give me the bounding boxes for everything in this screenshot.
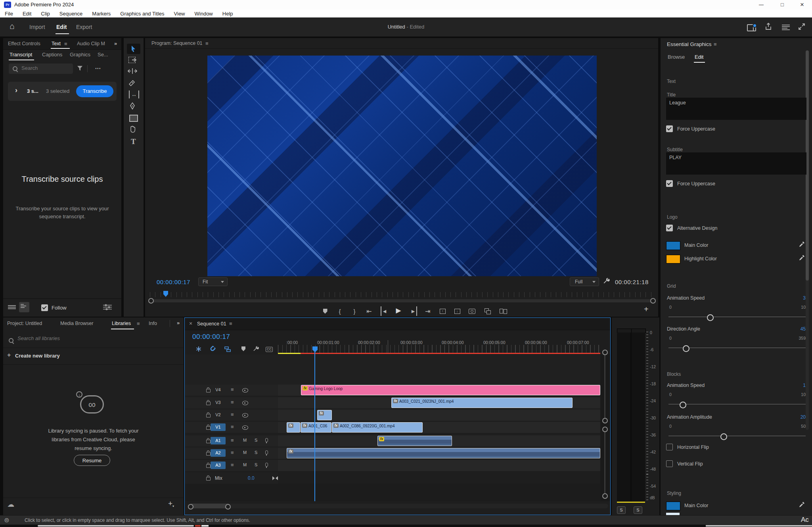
- program-menu-icon[interactable]: ≡: [205, 40, 209, 46]
- go-to-out-button[interactable]: ⇥: [422, 306, 433, 316]
- selection-tool[interactable]: [127, 44, 140, 54]
- scrubber-bar[interactable]: [150, 299, 656, 302]
- audio-scrollbar-track[interactable]: [604, 430, 605, 496]
- tab-libraries[interactable]: Libraries: [112, 321, 131, 326]
- scrubber-left-knob[interactable]: [148, 298, 154, 304]
- track-select-forward-tool[interactable]: [128, 57, 136, 63]
- workspace-menu-icon[interactable]: [782, 24, 790, 31]
- bowtie-icon[interactable]: [272, 476, 278, 480]
- grid-anim-speed-slider[interactable]: [668, 317, 806, 317]
- source-patch-icon[interactable]: ≡: [231, 462, 234, 468]
- razor-tool[interactable]: [128, 79, 136, 88]
- clip-gaming-logo-loop[interactable]: fx Gaming Logo Loop: [301, 385, 600, 395]
- toggle-visibility-icon[interactable]: [242, 413, 248, 417]
- tab-text[interactable]: Text: [52, 41, 61, 46]
- transcript-settings-icon[interactable]: [103, 304, 112, 312]
- maximize-button[interactable]: □: [774, 0, 791, 9]
- outline-view-button[interactable]: [19, 302, 29, 312]
- track-name-a2[interactable]: A2: [211, 449, 226, 457]
- mute-button[interactable]: M: [243, 450, 247, 455]
- expand-chevron-icon[interactable]: ›: [15, 86, 17, 94]
- source-patch-icon[interactable]: ≡: [231, 437, 234, 443]
- track-name-a1[interactable]: A1: [211, 437, 226, 444]
- tab-overflow-icon[interactable]: »: [177, 320, 180, 326]
- program-timecode[interactable]: 00:00:00:17: [157, 279, 190, 285]
- quick-export-icon[interactable]: [764, 23, 772, 32]
- voiceover-mic-icon[interactable]: [265, 450, 268, 454]
- track-name-a3[interactable]: A3: [211, 462, 226, 469]
- eyedropper-icon[interactable]: [799, 241, 805, 248]
- settings-wrench-icon[interactable]: [603, 277, 610, 286]
- play-button[interactable]: ▶: [393, 306, 404, 315]
- fullscreen-icon[interactable]: [798, 23, 806, 32]
- tab-overflow-icon[interactable]: »: [114, 40, 117, 46]
- step-back-button[interactable]: ◀: [381, 306, 388, 316]
- add-marker-button[interactable]: [320, 306, 331, 316]
- track-name-v2[interactable]: V2: [211, 411, 226, 419]
- solo-left-button[interactable]: S: [617, 506, 626, 514]
- lift-button[interactable]: ↑: [437, 306, 448, 316]
- search-input[interactable]: [21, 65, 70, 71]
- mark-in-button[interactable]: {: [334, 306, 345, 316]
- lock-icon[interactable]: [206, 426, 211, 430]
- clip-audio-a2[interactable]: fx: [287, 448, 600, 458]
- horizontal-flip-checkbox[interactable]: [666, 444, 673, 450]
- voiceover-mic-icon[interactable]: [265, 438, 268, 442]
- timeline-empty-bottom[interactable]: [185, 484, 600, 501]
- solo-right-button[interactable]: S: [634, 506, 642, 514]
- horizontal-scrollbar-track[interactable]: [187, 504, 608, 508]
- blocks-anim-speed-value[interactable]: 1: [779, 383, 806, 388]
- playback-res-select[interactable]: Full: [570, 277, 599, 286]
- subtab-transcript[interactable]: Transcript: [10, 52, 32, 58]
- eyedropper-icon[interactable]: [799, 255, 805, 261]
- more-options-icon[interactable]: •••: [95, 66, 101, 71]
- menu-file[interactable]: File: [5, 11, 13, 17]
- eyedropper-icon[interactable]: [799, 502, 805, 508]
- close-button[interactable]: ×: [793, 0, 811, 9]
- timeline-ruler[interactable]: [278, 345, 600, 353]
- scrubber-ticks[interactable]: [150, 292, 656, 297]
- track-lane-a3[interactable]: [278, 460, 600, 471]
- export-frame-button[interactable]: [466, 306, 477, 316]
- source-patch-icon[interactable]: ≡: [231, 399, 234, 405]
- tab-audio-clip-mixer[interactable]: Audio Clip M: [77, 41, 112, 46]
- nest-sequences-icon[interactable]: [198, 346, 199, 352]
- new-item-button[interactable]: +▾: [168, 499, 174, 508]
- timeline-timecode[interactable]: 00:00:00:17: [192, 333, 230, 341]
- linked-selection-icon[interactable]: [224, 346, 231, 353]
- eg-title[interactable]: Essential Graphics: [667, 41, 712, 47]
- rectangle-tool[interactable]: [129, 115, 138, 122]
- go-to-in-button[interactable]: ⇤: [364, 306, 375, 316]
- subtab-search[interactable]: Se...: [98, 52, 108, 58]
- video-scrollbar-knob-bottom[interactable]: [602, 418, 608, 423]
- menu-graphics-titles[interactable]: Graphics and Titles: [120, 11, 164, 17]
- tab-info[interactable]: Info: [149, 321, 157, 326]
- lock-icon[interactable]: [206, 477, 211, 481]
- hand-tool[interactable]: [129, 125, 136, 134]
- step-forward-button[interactable]: ▶: [410, 306, 417, 316]
- clip-audio-a1[interactable]: fx: [377, 436, 452, 446]
- blocks-anim-speed-slider[interactable]: [668, 404, 806, 404]
- source-patch-icon[interactable]: ≡: [231, 424, 234, 430]
- timeline-menu-icon[interactable]: ≡: [229, 321, 232, 327]
- clip-v1-b[interactable]: fx A001_C06: [301, 422, 331, 433]
- clip-a002[interactable]: fx A002_C086_09220G_001.mp4: [332, 422, 423, 433]
- menu-edit[interactable]: Edit: [23, 11, 31, 17]
- menu-clip[interactable]: Clip: [41, 11, 50, 17]
- cloud-sync-icon[interactable]: ☁: [7, 500, 14, 509]
- create-library-plus-icon[interactable]: +: [7, 352, 11, 359]
- styling-main-color-swatch[interactable]: [666, 502, 680, 510]
- subtab-graphics[interactable]: Graphics: [70, 52, 90, 58]
- force-uppercase-checkbox-2[interactable]: [666, 180, 673, 187]
- mute-button[interactable]: M: [243, 438, 247, 442]
- filter-icon[interactable]: [77, 65, 83, 72]
- track-name-v3[interactable]: V3: [211, 399, 226, 406]
- timeline-playhead-line[interactable]: [314, 352, 315, 501]
- h-scrollbar-knob-left[interactable]: [188, 504, 193, 510]
- solo-button[interactable]: S: [255, 438, 257, 442]
- create-library-button[interactable]: Create new library: [15, 353, 60, 359]
- menu-markers[interactable]: Markers: [92, 11, 111, 17]
- toggle-visibility-icon[interactable]: [242, 401, 248, 405]
- slip-tool[interactable]: ↔: [129, 90, 139, 98]
- tab-project[interactable]: Project: Untitled: [7, 321, 42, 326]
